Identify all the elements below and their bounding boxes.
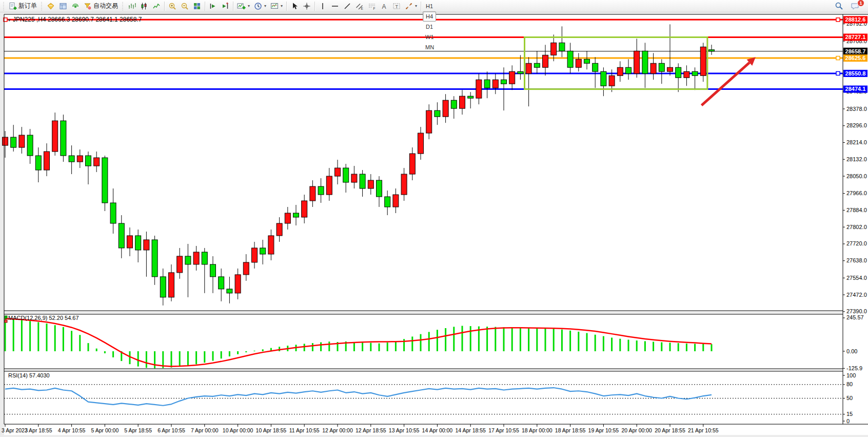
chart-menu-icon[interactable]: ▼ — [7, 18, 11, 23]
autotrading-icon — [84, 2, 92, 10]
candle — [77, 156, 83, 162]
new-order-icon — [9, 2, 17, 10]
zoom-out-button[interactable] — [179, 1, 191, 11]
svg-text:F: F — [373, 6, 376, 10]
macd-axis-label: 0.00 — [846, 348, 857, 354]
candle — [626, 67, 632, 73]
rsi-axis-label: 15 — [846, 411, 853, 417]
time-axis-label: 19 Apr 10:55 — [588, 427, 619, 433]
timeframe-button-mn[interactable]: MN — [423, 42, 437, 52]
timeframe-button-w1[interactable]: W1 — [423, 32, 437, 42]
candle — [185, 256, 191, 264]
line-chart-icon — [152, 2, 161, 10]
candle — [409, 154, 415, 174]
horizontal-line-button[interactable] — [329, 1, 341, 11]
chevron-down-icon: ▾ — [415, 4, 417, 8]
time-axis-label: 3 Apr 18:55 — [25, 427, 52, 433]
fibonacci-button[interactable]: F — [366, 1, 378, 11]
fibonacci-icon: F — [368, 2, 376, 10]
navigator-icon — [71, 2, 80, 10]
toolbar-grip[interactable] — [40, 2, 44, 10]
toolbar-grip[interactable] — [121, 2, 125, 10]
crosshair-icon — [303, 2, 311, 10]
channel-button[interactable]: E — [353, 1, 366, 11]
candle — [385, 197, 390, 207]
chart-shift-button[interactable] — [219, 1, 231, 11]
time-axis-label: 21 Apr 10:55 — [688, 427, 719, 433]
candle — [476, 80, 482, 98]
candle — [484, 80, 490, 88]
line-handle[interactable] — [836, 18, 840, 22]
search-button[interactable] — [833, 1, 845, 11]
svg-text:T: T — [396, 4, 399, 9]
candle — [584, 59, 590, 63]
price-axis-label: 27638.0 — [846, 257, 867, 263]
candle — [52, 121, 58, 151]
text-label-button[interactable]: T — [390, 1, 403, 11]
notifications-button[interactable]: 1 — [849, 1, 862, 11]
period-clock-button[interactable]: ▾ — [252, 1, 268, 11]
candle — [160, 277, 166, 297]
autotrading-label: 自动交易 — [93, 2, 118, 10]
candle — [659, 63, 664, 71]
macd-handle[interactable] — [5, 316, 7, 318]
add-indicator-button[interactable]: ▾ — [235, 1, 252, 11]
candle — [86, 156, 91, 166]
time-axis-label: 5 Apr 00:00 — [91, 427, 119, 433]
cursor-button[interactable] — [288, 1, 301, 11]
horizontal-line-icon — [331, 2, 339, 10]
price-axis-label: 27802.0 — [846, 224, 867, 230]
candle — [135, 236, 141, 250]
trendline-button[interactable] — [341, 1, 353, 11]
candle — [335, 168, 341, 176]
candle — [443, 100, 448, 117]
tile-windows-button[interactable] — [191, 1, 203, 11]
candle — [19, 135, 25, 147]
line-handle[interactable] — [836, 56, 840, 60]
time-axis-label: 10 Apr 00:00 — [223, 427, 253, 433]
time-axis-label: 20 Apr 00:00 — [621, 427, 652, 433]
macd-axis-label: 245.57 — [846, 314, 864, 320]
zoom-in-button[interactable] — [166, 1, 179, 11]
toolbar-grip[interactable] — [2, 2, 6, 10]
candle — [426, 110, 432, 133]
line-chart-button[interactable] — [150, 1, 163, 11]
macd-signal-handle[interactable] — [5, 320, 7, 322]
candle — [343, 168, 349, 182]
candle — [601, 71, 606, 86]
bar-chart-button[interactable] — [126, 1, 138, 11]
navigator-button[interactable] — [69, 1, 82, 11]
macd-axis-label: -125.9 — [846, 365, 862, 371]
candle — [418, 133, 424, 154]
arrows-tool-button[interactable]: ▾ — [403, 1, 419, 11]
candle — [460, 96, 465, 108]
candle — [360, 174, 365, 188]
autotrading-button[interactable]: 自动交易 — [82, 1, 120, 11]
timeframe-button-h1[interactable]: H1 — [423, 1, 436, 11]
candle — [551, 43, 557, 55]
candle — [227, 289, 232, 293]
candle — [35, 156, 41, 170]
candle — [169, 273, 174, 297]
candle — [435, 110, 440, 117]
candle — [543, 55, 548, 67]
crosshair-button[interactable] — [301, 1, 313, 11]
time-axis-label: 14 Apr 00:00 — [422, 427, 453, 433]
line-handle[interactable] — [836, 71, 840, 75]
macd-indicator-label: MACD(12,26,9) 52.20 54.67 — [8, 315, 79, 321]
timeframe-button-h4[interactable]: H4 — [423, 11, 436, 22]
time-axis-label: 12 Apr 00:00 — [322, 427, 353, 433]
timeframe-button-d1[interactable]: D1 — [423, 22, 436, 32]
auto-scroll-button[interactable] — [207, 1, 219, 11]
price-axis-label: 27720.0 — [846, 240, 867, 246]
candle — [684, 71, 689, 78]
template-button[interactable]: ▾ — [268, 1, 285, 11]
new-order-button[interactable]: 新订单 — [7, 1, 39, 11]
candle — [377, 180, 382, 197]
data-window-button[interactable] — [57, 1, 69, 11]
candlestick-chart-button[interactable] — [138, 1, 150, 11]
text-button[interactable]: A — [378, 1, 390, 11]
candle — [468, 96, 474, 98]
market-watch-button[interactable] — [45, 1, 57, 11]
vertical-line-button[interactable] — [317, 1, 329, 11]
